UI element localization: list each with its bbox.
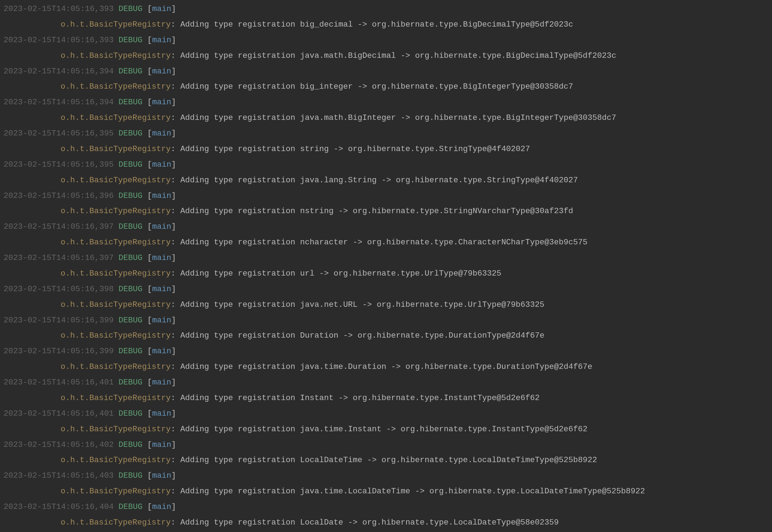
log-thread: main xyxy=(152,191,171,200)
log-level: DEBUG xyxy=(118,347,143,356)
log-timestamp: 2023-02-15T14:05:16,397 xyxy=(4,253,114,262)
log-timestamp: 2023-02-15T14:05:16,402 xyxy=(4,440,114,449)
log-header-line: 2023-02-15T14:05:16,401 DEBUG [main] xyxy=(4,406,768,422)
log-logger: o.h.t.BasicTypeRegistry xyxy=(61,425,171,434)
log-header-line: 2023-02-15T14:05:16,402 DEBUG [main] xyxy=(4,437,768,453)
log-header-line: 2023-02-15T14:05:16,401 DEBUG [main] xyxy=(4,375,768,390)
log-output-panel[interactable]: 2023-02-15T14:05:16,393 DEBUG [main]o.h.… xyxy=(0,0,772,532)
log-separator: : xyxy=(171,269,180,278)
log-header-line: 2023-02-15T14:05:16,397 DEBUG [main] xyxy=(4,250,768,266)
bracket-close: ] xyxy=(171,284,176,294)
log-separator: : xyxy=(171,113,180,122)
log-thread: main xyxy=(152,4,171,13)
log-logger: o.h.t.BasicTypeRegistry xyxy=(61,487,171,496)
log-message: Adding type registration java.math.BigIn… xyxy=(180,113,616,122)
bracket-close: ] xyxy=(171,191,176,200)
bracket-open: [ xyxy=(147,347,152,356)
bracket-open: [ xyxy=(147,98,152,107)
log-logger: o.h.t.BasicTypeRegistry xyxy=(61,176,171,185)
bracket-open: [ xyxy=(147,222,152,231)
log-logger: o.h.t.BasicTypeRegistry xyxy=(61,331,171,340)
bracket-open: [ xyxy=(147,409,152,418)
log-detail-line: o.h.t.BasicTypeRegistry: Adding type reg… xyxy=(4,17,768,33)
log-level: DEBUG xyxy=(118,502,143,511)
log-header-line: 2023-02-15T14:05:16,396 DEBUG [main] xyxy=(4,188,768,204)
log-thread: main xyxy=(152,471,171,480)
log-level: DEBUG xyxy=(118,160,143,169)
log-message: Adding type registration LocalDate -> or… xyxy=(180,518,559,527)
log-timestamp: 2023-02-15T14:05:16,396 xyxy=(4,191,114,200)
bracket-open: [ xyxy=(147,471,152,480)
bracket-close: ] xyxy=(171,222,176,231)
log-thread: main xyxy=(152,409,171,418)
log-header-line: 2023-02-15T14:05:16,398 DEBUG [main] xyxy=(4,282,768,297)
log-thread: main xyxy=(152,35,171,45)
bracket-open: [ xyxy=(147,35,152,45)
bracket-close: ] xyxy=(171,67,176,76)
log-logger: o.h.t.BasicTypeRegistry xyxy=(61,300,171,309)
log-message: Adding type registration java.time.Local… xyxy=(180,487,645,496)
log-timestamp: 2023-02-15T14:05:16,395 xyxy=(4,160,114,169)
log-message: Adding type registration big_integer -> … xyxy=(180,82,573,91)
log-separator: : xyxy=(171,487,180,496)
log-header-line: 2023-02-15T14:05:16,395 DEBUG [main] xyxy=(4,126,768,142)
log-message: Adding type registration java.net.URL ->… xyxy=(180,300,544,309)
log-timestamp: 2023-02-15T14:05:16,399 xyxy=(4,316,114,325)
log-level: DEBUG xyxy=(118,35,143,45)
log-separator: : xyxy=(171,51,180,60)
log-header-line: 2023-02-15T14:05:16,404 DEBUG [main] xyxy=(4,499,768,515)
log-detail-line: o.h.t.BasicTypeRegistry: Adding type reg… xyxy=(4,484,768,499)
log-detail-line: o.h.t.BasicTypeRegistry: Adding type reg… xyxy=(4,297,768,313)
bracket-open: [ xyxy=(147,160,152,169)
log-separator: : xyxy=(171,425,180,434)
log-timestamp: 2023-02-15T14:05:16,395 xyxy=(4,129,114,138)
log-thread: main xyxy=(152,67,171,76)
log-timestamp: 2023-02-15T14:05:16,397 xyxy=(4,222,114,231)
log-thread: main xyxy=(152,284,171,294)
log-thread: main xyxy=(152,98,171,107)
log-detail-line: o.h.t.BasicTypeRegistry: Adding type reg… xyxy=(4,173,768,188)
log-thread: main xyxy=(152,253,171,262)
log-logger: o.h.t.BasicTypeRegistry xyxy=(61,51,171,60)
log-detail-line: o.h.t.BasicTypeRegistry: Adding type reg… xyxy=(4,390,768,406)
log-level: DEBUG xyxy=(118,284,143,294)
log-level: DEBUG xyxy=(118,253,143,262)
log-separator: : xyxy=(171,206,180,216)
log-timestamp: 2023-02-15T14:05:16,393 xyxy=(4,4,114,13)
log-message: Adding type registration nstring -> org.… xyxy=(180,206,573,216)
log-separator: : xyxy=(171,362,180,371)
log-level: DEBUG xyxy=(118,440,143,449)
log-level: DEBUG xyxy=(118,222,143,231)
log-detail-line: o.h.t.BasicTypeRegistry: Adding type reg… xyxy=(4,48,768,64)
bracket-close: ] xyxy=(171,253,176,262)
log-timestamp: 2023-02-15T14:05:16,401 xyxy=(4,378,114,387)
log-detail-line: o.h.t.BasicTypeRegistry: Adding type reg… xyxy=(4,266,768,282)
log-level: DEBUG xyxy=(118,316,143,325)
bracket-close: ] xyxy=(171,440,176,449)
log-level: DEBUG xyxy=(118,129,143,138)
log-logger: o.h.t.BasicTypeRegistry xyxy=(61,113,171,122)
log-detail-line: o.h.t.BasicTypeRegistry: Adding type reg… xyxy=(4,142,768,157)
bracket-open: [ xyxy=(147,191,152,200)
bracket-open: [ xyxy=(147,253,152,262)
log-level: DEBUG xyxy=(118,67,143,76)
log-logger: o.h.t.BasicTypeRegistry xyxy=(61,518,171,527)
bracket-close: ] xyxy=(171,35,176,45)
log-header-line: 2023-02-15T14:05:16,403 DEBUG [main] xyxy=(4,468,768,484)
log-header-line: 2023-02-15T14:05:16,399 DEBUG [main] xyxy=(4,344,768,359)
log-separator: : xyxy=(171,176,180,185)
log-thread: main xyxy=(152,347,171,356)
log-level: DEBUG xyxy=(118,471,143,480)
log-logger: o.h.t.BasicTypeRegistry xyxy=(61,82,171,91)
log-header-line: 2023-02-15T14:05:16,394 DEBUG [main] xyxy=(4,64,768,79)
log-message: Adding type registration java.math.BigDe… xyxy=(180,51,616,60)
log-separator: : xyxy=(171,82,180,91)
log-logger: o.h.t.BasicTypeRegistry xyxy=(61,393,171,403)
log-logger: o.h.t.BasicTypeRegistry xyxy=(61,206,171,216)
log-timestamp: 2023-02-15T14:05:16,394 xyxy=(4,67,114,76)
bracket-close: ] xyxy=(171,129,176,138)
log-separator: : xyxy=(171,393,180,403)
log-separator: : xyxy=(171,331,180,340)
log-timestamp: 2023-02-15T14:05:16,401 xyxy=(4,409,114,418)
bracket-open: [ xyxy=(147,440,152,449)
